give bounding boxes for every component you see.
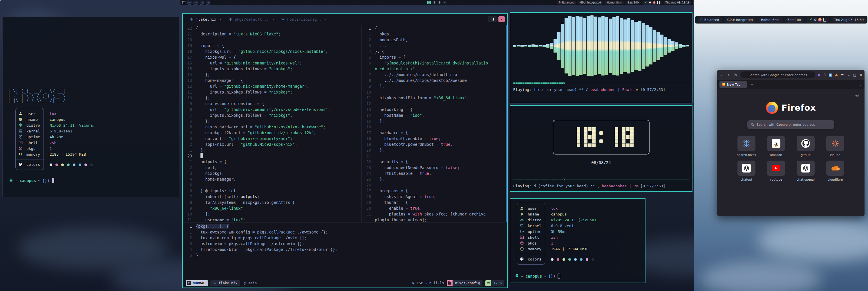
shortcut-search.nixos[interactable]: search.nixos (734, 136, 759, 156)
tab-label: flake.nix (196, 17, 216, 22)
code-line: 4 home-manager, (183, 176, 362, 182)
fetch-terminal-window[interactable]: userhnamedistrokerneluptimeshellpkgsmemo… (510, 198, 646, 283)
shell-prompt[interactable]: → canopus ~ ))) (515, 273, 640, 279)
tray-plant-icon[interactable] (644, 1, 647, 4)
fetch-row-uptime: uptime (520, 229, 541, 234)
visualizer-bar (594, 17, 597, 75)
tab-new-tab[interactable]: New Tab (719, 81, 747, 88)
editor-pane-flake[interactable]: 22{21 description = "tux's NixOS Flake";… (183, 25, 362, 222)
fetch-info-box: userhnamedistrokerneluptimeshellpkgsmemo… (16, 108, 44, 170)
workspace-4[interactable]: 4 (443, 1, 447, 4)
close-button[interactable]: ✕ (860, 73, 862, 77)
tray-phone-icon[interactable] (823, 18, 826, 22)
new-tab-button[interactable]: + (750, 82, 754, 87)
reload-button[interactable]: ↻ (734, 72, 738, 77)
fetch-value-shell: zsh (50, 140, 95, 146)
fetch-row-colors: colors (520, 256, 541, 262)
editor-pane-iso[interactable]: 1{1 pkgs,2 modulesPath,3 ...4}: {5 impor… (362, 25, 507, 222)
close-editor-button[interactable]: ✕ (498, 16, 505, 22)
personalize-gear-icon[interactable] (855, 93, 859, 99)
tray-zero-icon[interactable]: 0 (814, 18, 817, 22)
shortcut-github[interactable]: github (793, 136, 818, 156)
cava-terminal-window[interactable]: ======================> Playing: ffee fo… (510, 12, 692, 104)
theme-toggle-button[interactable] (488, 16, 497, 22)
cloudflare-icon (826, 161, 844, 176)
fetch-row-shell: shell (520, 234, 541, 240)
workspace-2[interactable]: 2 (433, 1, 436, 4)
app-launcher-button[interactable] (182, 1, 185, 4)
code-line: 13 home-manager = { (183, 78, 362, 83)
code-line: 1{pkgs, ...}: { (183, 223, 507, 229)
visualizer-bar (513, 45, 517, 47)
visualizer-bar (546, 44, 550, 48)
url-bar[interactable]: Search with Google or enter address (740, 71, 815, 79)
clock-module[interactable]: Thu Aug 08, 18:39 (831, 17, 867, 23)
prompt-path: ~ (544, 274, 546, 279)
code-line: 17 nixos-wsl = { (183, 54, 362, 60)
visualizer-bar (521, 45, 524, 47)
editor-pane-pkgs[interactable]: 1{pkgs, ...}: {1 tux-awesome-wm-config =… (183, 222, 507, 279)
tray-media-icon[interactable] (818, 18, 822, 22)
extension-diamond-icon[interactable]: ◆ (817, 73, 820, 77)
tab-close-icon[interactable]: ✕ (272, 18, 274, 21)
shortcut-chatgpt[interactable]: chatgpt (734, 161, 759, 181)
extension-blue-icon[interactable]: ▣ (829, 74, 832, 77)
visualizer-bar (671, 41, 675, 51)
tab-close-icon[interactable]: ✕ (325, 18, 327, 21)
fetch-value-hname: canopus (50, 117, 95, 122)
scroll-position: 17 % (485, 280, 504, 286)
shortcut-claude[interactable]: claude (823, 136, 848, 156)
tab-close-icon[interactable]: ✕ (220, 18, 222, 21)
firefox-newtab-page: Firefox Search with Google or enter addr… (717, 89, 865, 216)
kernel-icon (19, 129, 23, 133)
shortcut-chat.openai[interactable]: chat.openai (793, 161, 818, 181)
tab-list-chevron-icon[interactable]: ⌄ (860, 83, 862, 87)
forward-button[interactable]: › (726, 72, 731, 77)
clock-digit (622, 127, 633, 147)
pinned-app-icon[interactable]: $W (206, 1, 210, 5)
firefox-window[interactable]: ‹ › ↻ Search with Google or enter addres… (717, 70, 865, 216)
tray-plant-icon[interactable] (809, 18, 813, 22)
tray-phone-icon[interactable] (657, 1, 660, 4)
shortcut-youtube[interactable]: youtube (764, 161, 788, 181)
clock-module[interactable]: Thu Aug 08, 18:18 (663, 1, 692, 4)
firefox-hero: Firefox (717, 101, 865, 114)
pinned-app-icon[interactable]: $W (199, 1, 204, 5)
now-playing: Playing: ffee for your head) ** ♫ beabad… (513, 87, 689, 92)
left-terminal-window[interactable]: _ _ _ ___ ___ | \| (_)_ __/ _ \/ __| | .… (2, 17, 179, 197)
code-line: 14 hostName = "iso"; (362, 112, 507, 118)
tab-flake-nix[interactable]: flake.nix ✕ (186, 13, 225, 25)
cloud (700, 261, 822, 291)
palette-icon (520, 257, 524, 261)
tab-pkgs-default[interactable]: pkgs/default... ✕ (225, 13, 278, 25)
nix-snowflake-icon (213, 282, 217, 285)
scrollbar[interactable] (506, 25, 507, 222)
workspace-3[interactable]: 3 (438, 1, 441, 4)
neovim-window[interactable]: flake.nix ✕ pkgs/default... ✕ hosts/isoI… (182, 13, 508, 288)
code-line: 29 thunar = { (362, 200, 507, 205)
shortcut-amazon[interactable]: aamazon (764, 136, 788, 156)
tray-media-icon[interactable] (653, 1, 656, 4)
fetch-row-shell: shell (19, 140, 40, 146)
pinned-app-icon[interactable]: $W (187, 1, 191, 5)
shell-prompt[interactable]: → canopus ~ ))) (9, 178, 174, 183)
clock-terminal-window[interactable]: 08/08/24 ======================> Playing… (510, 105, 692, 192)
workspace-1[interactable]: 1 (427, 1, 431, 4)
shortcut-cloudflare[interactable]: cloudflare (823, 161, 848, 181)
pinned-app-icon[interactable]: $W (193, 1, 197, 5)
dark-reader-icon[interactable]: ☽ (823, 73, 826, 77)
code-line: 5 imports = [ (362, 54, 507, 60)
back-button[interactable]: ‹ (719, 72, 724, 77)
metamask-fox-icon[interactable] (835, 74, 838, 77)
tab-hosts-isoimage[interactable]: hosts/isoImag.. ✕ (278, 13, 330, 25)
newtab-search-input[interactable]: Search with Google or enter address (747, 120, 834, 129)
hname-icon (19, 117, 23, 122)
maximize-button[interactable]: ▢ (853, 73, 856, 77)
minimize-button[interactable]: – (848, 73, 850, 77)
editor-statusline: V NORMAL flake.nix main LSP ~ null-ls (183, 279, 507, 288)
code-line: 21 (362, 153, 507, 159)
fetch-value-user: tux (551, 206, 596, 211)
menu-button[interactable]: ≡ (841, 73, 844, 77)
pkgs-icon (520, 241, 524, 245)
tray-zero-icon[interactable]: 0 (649, 1, 651, 4)
